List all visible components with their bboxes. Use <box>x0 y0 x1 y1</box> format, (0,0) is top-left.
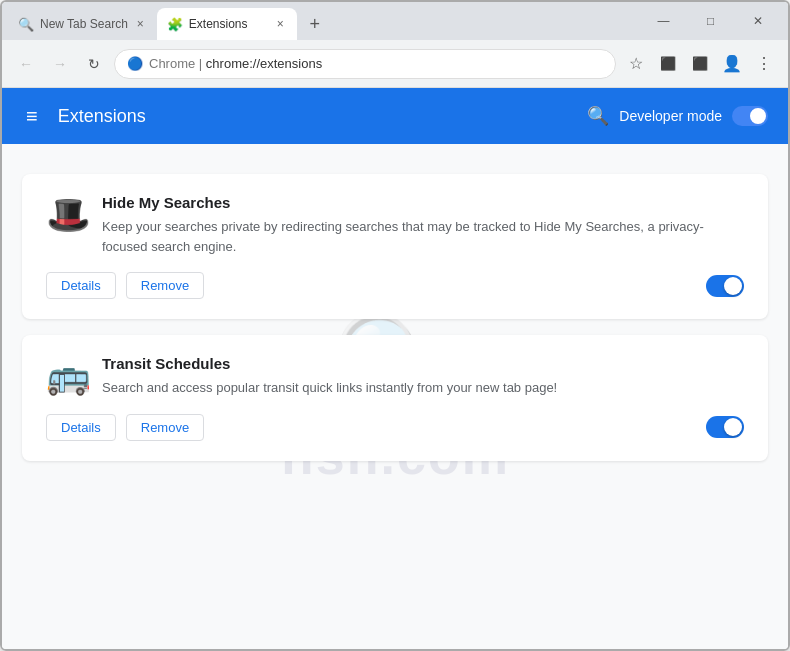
new-tab-button[interactable]: + <box>301 10 329 38</box>
transit-schedules-icon: 🚌 <box>46 355 86 397</box>
menu-button[interactable]: ⋮ <box>750 50 778 78</box>
ext-card-footer-2: Details Remove <box>46 414 744 441</box>
extensions-page-title: Extensions <box>58 106 572 127</box>
transit-schedules-name: Transit Schedules <box>102 355 744 372</box>
ext-info-1: Hide My Searches Keep your searches priv… <box>102 194 744 256</box>
close-button[interactable]: ✕ <box>735 5 780 37</box>
minimize-button[interactable]: — <box>641 5 686 37</box>
extension-card-transit-schedules: 🚌 Transit Schedules Search and access po… <box>22 335 768 461</box>
developer-mode-label: Developer mode <box>619 108 722 124</box>
developer-mode-section: 🔍 Developer mode <box>587 105 768 127</box>
ext-card-header-2: 🚌 Transit Schedules Search and access po… <box>46 355 744 398</box>
chrome-label: Chrome | <box>149 56 206 71</box>
tab-new-tab-search[interactable]: 🔍 New Tab Search × <box>8 8 157 40</box>
hamburger-menu-button[interactable]: ≡ <box>22 101 42 132</box>
screenshot-button[interactable]: ⬛ <box>654 50 682 78</box>
extensions-content: 🔍 fish.com 🎩 Hide My Searches Keep your … <box>2 144 788 649</box>
ext-card-header-1: 🎩 Hide My Searches Keep your searches pr… <box>46 194 744 256</box>
window-controls: — □ ✕ <box>641 8 780 40</box>
hide-my-searches-description: Keep your searches private by redirectin… <box>102 217 744 256</box>
toolbar-icons: ☆ ⬛ ⬛ 👤 ⋮ <box>622 50 778 78</box>
maximize-button[interactable]: □ <box>688 5 733 37</box>
title-bar: 🔍 New Tab Search × 🧩 Extensions × + — □ … <box>2 2 788 40</box>
hide-my-searches-remove-button[interactable]: Remove <box>126 272 204 299</box>
tab-extensions[interactable]: 🧩 Extensions × <box>157 8 297 40</box>
tab-extensions-title: Extensions <box>189 17 268 31</box>
bookmark-button[interactable]: ☆ <box>622 50 650 78</box>
hide-my-searches-details-button[interactable]: Details <box>46 272 116 299</box>
reload-button[interactable]: ↻ <box>80 50 108 78</box>
tab-extensions-close[interactable]: × <box>274 15 287 33</box>
extensions-search-icon[interactable]: 🔍 <box>587 105 609 127</box>
url-prefix: Chrome | chrome://extensions <box>149 56 603 71</box>
url-value: chrome://extensions <box>206 56 322 71</box>
address-bar: ← → ↻ 🔵 Chrome | chrome://extensions ☆ ⬛… <box>2 40 788 88</box>
forward-button[interactable]: → <box>46 50 74 78</box>
ext-info-2: Transit Schedules Search and access popu… <box>102 355 744 398</box>
developer-mode-toggle[interactable] <box>732 106 768 126</box>
extensions-header: ≡ Extensions 🔍 Developer mode <box>2 88 788 144</box>
url-bar[interactable]: 🔵 Chrome | chrome://extensions <box>114 49 616 79</box>
transit-schedules-description: Search and access popular transit quick … <box>102 378 744 398</box>
tab-search-icon: 🔍 <box>18 17 34 32</box>
browser-window: 🔍 New Tab Search × 🧩 Extensions × + — □ … <box>0 0 790 651</box>
extension-card-hide-my-searches: 🎩 Hide My Searches Keep your searches pr… <box>22 174 768 319</box>
tab-extensions-icon: 🧩 <box>167 17 183 32</box>
avatar-button[interactable]: 👤 <box>718 50 746 78</box>
hide-my-searches-icon: 🎩 <box>46 194 86 236</box>
ext-card-footer-1: Details Remove <box>46 272 744 299</box>
hide-my-searches-toggle[interactable] <box>706 275 744 297</box>
transit-schedules-toggle[interactable] <box>706 416 744 438</box>
transit-schedules-remove-button[interactable]: Remove <box>126 414 204 441</box>
tab-new-tab-search-close[interactable]: × <box>134 15 147 33</box>
transit-schedules-details-button[interactable]: Details <box>46 414 116 441</box>
tabs-row: 🔍 New Tab Search × 🧩 Extensions × + <box>8 8 641 40</box>
url-chrome-icon: 🔵 <box>127 56 143 71</box>
back-button[interactable]: ← <box>12 50 40 78</box>
download-button[interactable]: ⬛ <box>686 50 714 78</box>
hide-my-searches-name: Hide My Searches <box>102 194 744 211</box>
tab-new-tab-search-title: New Tab Search <box>40 17 128 31</box>
